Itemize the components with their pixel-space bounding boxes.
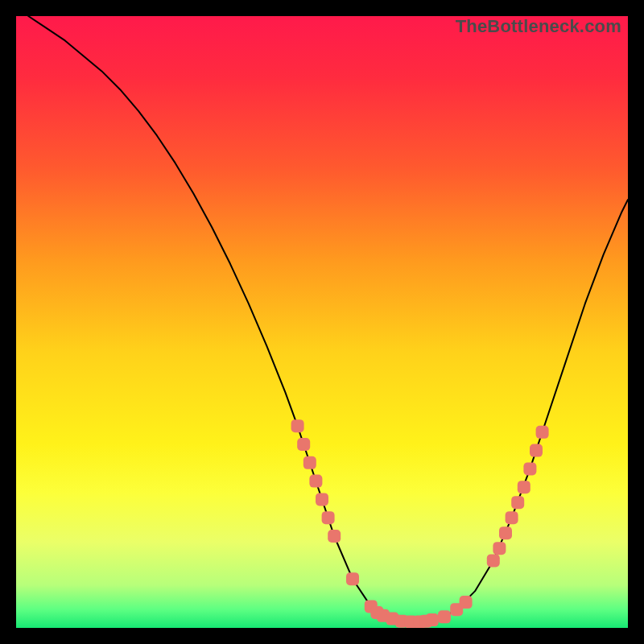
- watermark-text: TheBottleneck.com: [456, 16, 621, 37]
- bottleneck-chart-canvas: [16, 16, 628, 628]
- chart-frame: TheBottleneck.com: [16, 16, 628, 628]
